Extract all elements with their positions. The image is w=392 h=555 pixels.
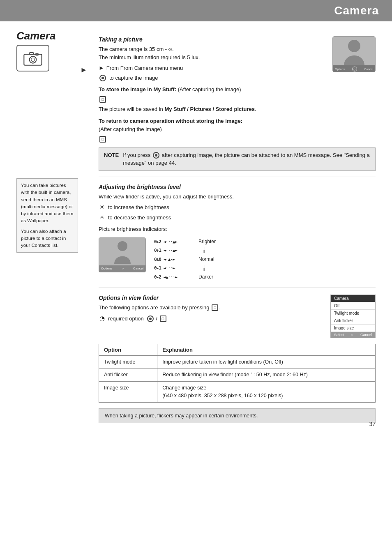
page-number: 37: [369, 421, 376, 427]
return-title-para: To return to camera operation without st…: [99, 117, 376, 133]
phone-menu-box: Camera Off Twilight mode Anti flicker Im…: [330, 295, 376, 338]
capture-text: to capture the image: [109, 74, 158, 82]
brightness-label-4: ╽: [198, 264, 221, 273]
required-option-line: ◔ required option / □: [99, 314, 325, 323]
options-press-icon: □: [212, 304, 218, 311]
decrease-text: to decrease the brightness: [108, 214, 171, 222]
req-square-icon: □: [160, 315, 166, 322]
phone-small-circle: ○: [122, 267, 124, 270]
brightness-row-1: 0+2 ◄···▲► Brighter: [154, 237, 221, 246]
increase-brightness-line: ☀ to increase the brightness: [99, 203, 376, 212]
svg-rect-3: [30, 52, 34, 54]
from-camera-text: From From Camera menu menu: [106, 64, 183, 72]
side-note-text-2: You can also attach a picture to a conta…: [21, 228, 74, 249]
required-option-buttons: / □: [146, 315, 167, 323]
menu-item-twilight: Twilight mode: [331, 310, 375, 317]
increase-text: to increase the brightness: [108, 203, 169, 212]
table-header-explanation: Explanation: [157, 344, 376, 355]
decrease-brightness-line: ☀ to decrease the brightness: [99, 213, 376, 222]
svg-point-2: [31, 58, 35, 61]
brightness-intro: While view finder is active, you can adj…: [99, 193, 376, 201]
header-bar: Camera: [0, 0, 392, 21]
note-box: NOTE If you press after capturing image,…: [99, 147, 376, 171]
from-camera-menu-line: ► From From Camera menu menu: [99, 64, 327, 72]
table-cell-explanation-imagesize: Change image size(640 x 480 pixels, 352 …: [157, 382, 376, 403]
return-subtitle: (After capturing the image): [99, 126, 162, 132]
phone-top-options: Options: [335, 68, 345, 71]
warning-box: When taking a picture, flickers may appe…: [99, 408, 376, 424]
camera-section-title: Camera: [16, 30, 88, 42]
brightness-row-4: 0-1 ◄···► ╽: [154, 264, 221, 273]
camera-icon-box: [16, 45, 49, 71]
table-cell-option-antiflicker: Anti flicker: [99, 368, 157, 382]
phone-small-options: Options: [101, 267, 113, 270]
warning-text: When taking a picture, flickers may appe…: [105, 413, 258, 419]
options-viewfinder-section: Camera Off Twilight mode Anti flicker Im…: [99, 295, 376, 338]
note-text: If you press after capturing image, the …: [123, 151, 370, 167]
side-note: You can take pictures with the built-in …: [16, 178, 78, 253]
center-button-icon: [99, 75, 106, 81]
brightness-code-2: 0+1 ◄···▲►: [154, 246, 195, 255]
table-header-option: Option: [99, 344, 157, 355]
req-circle-icon: [147, 315, 154, 322]
table-row: Twilight mode Improve picture taken in l…: [99, 355, 376, 368]
brightness-label-darker: Darker: [198, 273, 221, 282]
brightness-row-5: 0-2 ◄▲···► Darker: [154, 273, 221, 282]
menu-circle: ○: [351, 333, 353, 337]
table-cell-option-imagesize: Image size: [99, 382, 157, 403]
menu-item-antiflicker: Anti flicker: [331, 317, 375, 325]
table-cell-explanation-antiflicker: Reduce flickering in view finder (mode 1…: [157, 368, 376, 382]
brightness-section: Options ○ Cancel 0+2 ◄···▲► Brighter 0+1…: [99, 237, 376, 282]
phone-menu-bottom-bar: Select ○ Cancel: [331, 332, 375, 338]
arrow-bullet: ►: [99, 64, 104, 72]
table-cell-option-twilight: Twilight mode: [99, 355, 157, 368]
save-icon: □: [99, 96, 106, 103]
note-label: NOTE: [104, 151, 119, 159]
sun-plus-icon: ☀: [99, 203, 105, 212]
brightness-label-normal: Normal: [198, 255, 221, 264]
menu-select-label: Select: [334, 333, 344, 337]
divider-1: [99, 177, 376, 177]
note-circle-icon: [153, 152, 159, 159]
brightness-code-5: 0-2 ◄▲···►: [154, 273, 195, 281]
return-icon-line: □: [99, 136, 376, 143]
options-table: Option Explanation Twilight mode Improve…: [99, 344, 376, 403]
arrow-right-icon: ►: [80, 66, 88, 74]
brightness-label-2: ╽: [198, 246, 221, 255]
store-title-bold: To store the image in My Stuff:: [99, 86, 176, 92]
phone-face: [99, 238, 145, 265]
side-note-text-1: You can take pictures with the built-in …: [21, 182, 74, 225]
brightness-code-1: 0+2 ◄···▲►: [154, 238, 195, 246]
store-title-para: To store the image in My Stuff: (After c…: [99, 85, 376, 94]
phone-small-bottom-bar: Options ○ Cancel: [99, 265, 145, 272]
main-content: Camera ► You can take pictures with the …: [0, 21, 392, 435]
required-option-icon: ◔: [99, 314, 105, 323]
brightness-code-4: 0-1 ◄···►: [154, 264, 195, 272]
return-icon: □: [99, 136, 106, 143]
left-column: Camera ► You can take pictures with the …: [16, 30, 88, 253]
phone-small-cancel: Cancel: [133, 267, 143, 270]
brightness-table: 0+2 ◄···▲► Brighter 0+1 ◄···▲► ╽ 0±0 ◄·▲…: [154, 237, 221, 282]
brightness-row-3: 0±0 ◄·▲·► Normal: [154, 255, 221, 264]
store-subtitle: (After capturing the image): [178, 86, 241, 92]
sun-minus-icon: ☀: [99, 213, 105, 222]
brightness-code-3: 0±0 ◄·▲·►: [154, 256, 195, 264]
menu-cancel-label: Cancel: [360, 333, 372, 337]
menu-item-imagesize: Image size: [331, 325, 375, 332]
capture-line: to capture the image: [99, 74, 376, 82]
svg-point-1: [30, 56, 37, 63]
content-column: Options ○ Cancel Taking a picture The ca…: [99, 36, 376, 423]
menu-item-off: Off: [331, 302, 375, 310]
section-brightness-title: Adjusting the brightness level: [99, 184, 376, 190]
camera-icon: [23, 50, 43, 67]
divider-2: [99, 288, 376, 288]
phone-top-cancel: Cancel: [364, 68, 373, 71]
table-cell-explanation-twilight: Improve picture taken in low light condi…: [157, 355, 376, 368]
table-row: Image size Change image size(640 x 480 p…: [99, 382, 376, 403]
phone-top-circle: ○: [352, 67, 357, 71]
store-desc-para: The picture will be saved in My Stuff / …: [99, 105, 376, 113]
menu-item-camera: Camera: [331, 295, 375, 302]
brightness-label-brighter: Brighter: [198, 237, 221, 246]
brightness-row-2: 0+1 ◄···▲► ╽: [154, 246, 221, 255]
indicators-label: Picture brightness indicators:: [99, 225, 376, 233]
